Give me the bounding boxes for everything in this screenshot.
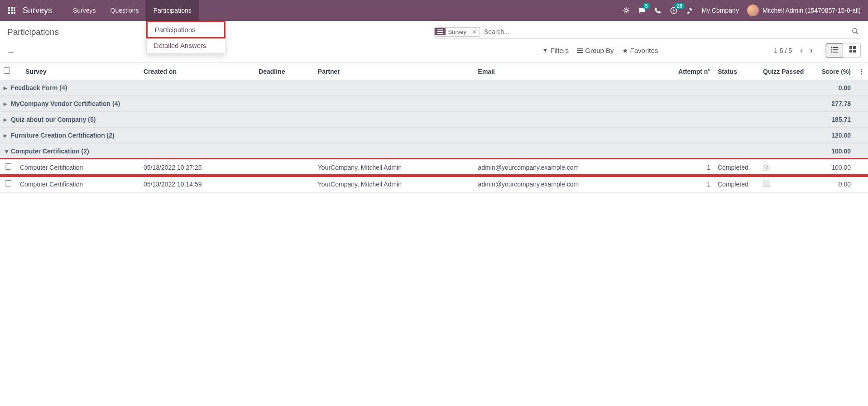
header-partner[interactable]: Partner [314,63,475,80]
table-row[interactable]: Computer Certification05/13/2022 10:14:5… [0,176,868,193]
search-box[interactable]: Survey ✕ [434,25,861,38]
group-row[interactable]: ▸Quiz about our Company (5)185.71 [0,112,868,128]
company-switcher[interactable]: My Company [701,7,739,14]
svg-rect-25 [853,46,856,49]
groupby-button[interactable]: Group By [574,45,616,56]
columns-menu[interactable]: ⋮ [854,63,868,80]
group-label: Computer Certification (2) [11,148,89,155]
row-checkbox[interactable] [5,180,11,186]
group-score: 0.00 [809,80,854,96]
nav-participations-label: Participations [153,7,192,14]
filter-icon [542,48,548,53]
apps-icon[interactable] [7,6,16,15]
avatar [747,5,759,16]
cell-created: 05/13/2022 10:27:25 [140,159,255,176]
caret-right-icon: ▸ [4,132,9,139]
header-attempt[interactable]: Attempt n° [664,63,714,80]
nav-participations[interactable]: Participations Participations Detailed A… [146,0,199,21]
breadcrumb: Participations [7,27,59,37]
svg-rect-2 [14,7,15,9]
group-score: 277.78 [809,96,854,112]
group-row[interactable]: ▸MyCompany Vendor Certification (4)277.7… [0,96,868,112]
cell-status: Completed [714,176,759,193]
nav-surveys[interactable]: Surveys [66,0,103,21]
user-menu[interactable]: Mitchell Admin (15470857-15-0-all) [747,5,861,16]
search-icon[interactable] [850,28,861,36]
svg-rect-6 [8,12,10,14]
participations-dropdown: Participations Detailed Answers [146,21,225,53]
group-label: Feedback Form (4) [11,84,67,91]
caret-right-icon: ▸ [4,100,9,107]
svg-rect-24 [849,46,852,49]
facet-remove[interactable]: ✕ [469,28,480,36]
header-status[interactable]: Status [714,63,759,80]
export-button[interactable] [7,46,14,55]
header-score[interactable]: Score (%) [809,63,854,80]
header-quiz[interactable]: Quizz Passed [759,63,809,80]
svg-rect-19 [833,47,838,48]
svg-rect-3 [8,10,10,11]
cell-partner: YourCompany, Mitchell Admin [314,176,475,193]
app-title[interactable]: Surveys [23,6,52,15]
favorites-button[interactable]: ★ Favorites [619,45,661,57]
group-label: Furniture Creation Certification (2) [11,132,115,139]
svg-rect-26 [849,50,852,53]
dropdown-participations[interactable]: Participations [146,21,225,38]
participations-table: Survey Created on Deadline Partner Email… [0,63,868,193]
favorites-label: Favorites [630,47,658,54]
cell-email: admin@yourcompany.example.com [475,159,664,176]
navbar: Surveys Surveys Questions Participations… [0,0,868,21]
header-survey[interactable]: Survey [16,63,140,80]
cell-survey: Computer Certification [16,176,140,193]
cell-score: 100.00 [809,159,854,176]
cell-deadline [255,176,314,193]
cell-survey: Computer Certification [16,159,140,176]
pager-next[interactable]: › [808,46,815,55]
svg-point-9 [625,9,628,11]
cell-partner: YourCompany, Mitchell Admin [314,159,475,176]
svg-rect-11 [437,29,443,30]
svg-point-18 [831,47,833,48]
group-row[interactable]: ▸Feedback Form (4)0.00 [0,80,868,96]
pager[interactable]: 1-5 / 5 [770,47,796,54]
svg-point-22 [831,52,833,53]
group-row[interactable]: ▸Furniture Creation Certification (2)120… [0,128,868,143]
phone-icon[interactable] [654,7,662,14]
svg-point-20 [831,49,833,51]
activities-icon[interactable]: 28 [670,6,678,14]
messages-badge: 5 [643,3,650,9]
cell-status: Completed [714,159,759,176]
filters-button[interactable]: Filters [539,45,571,56]
search-facet-survey: Survey ✕ [434,27,480,37]
debug-icon[interactable] [623,7,630,14]
svg-rect-16 [577,50,583,51]
dropdown-detailed-answers[interactable]: Detailed Answers [147,38,225,53]
checkbox-icon [763,180,770,187]
view-kanban-button[interactable] [845,43,860,57]
messages-icon[interactable]: 5 [638,6,646,14]
svg-rect-12 [437,31,443,32]
table-row[interactable]: Computer Certification05/13/2022 10:27:2… [0,159,868,176]
select-all-checkbox[interactable] [4,67,10,74]
username: Mitchell Admin (15470857-15-0-all) [762,7,861,14]
svg-rect-15 [577,48,583,49]
cell-deadline [255,159,314,176]
row-checkbox[interactable] [5,163,11,170]
svg-rect-27 [853,50,856,53]
control-panel: Participations Survey ✕ Filte [0,21,868,63]
pager-prev[interactable]: ‹ [798,46,805,55]
header-deadline[interactable]: Deadline [255,63,314,80]
tools-icon[interactable] [686,7,693,14]
cell-quiz: ✓ [759,159,809,176]
header-email[interactable]: Email [475,63,664,80]
cell-attempt: 1 [664,176,714,193]
group-score: 100.00 [809,143,854,159]
group-row[interactable]: ▼Computer Certification (2)100.00 [0,143,868,159]
view-list-button[interactable] [826,43,843,57]
svg-rect-5 [14,10,15,11]
header-created[interactable]: Created on [140,63,255,80]
svg-rect-1 [11,7,13,9]
caret-right-icon: ▸ [4,116,9,123]
search-input[interactable] [483,27,850,37]
nav-questions[interactable]: Questions [103,0,146,21]
